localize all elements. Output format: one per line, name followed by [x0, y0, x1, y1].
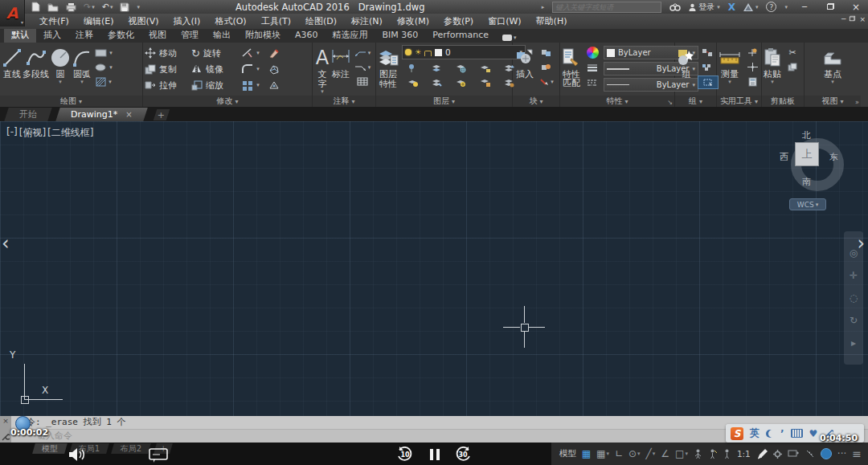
drawing-tab[interactable]: Drawing1* × — [55, 108, 147, 121]
viewcube-north[interactable]: 北 — [802, 129, 811, 141]
workspace-pencil-icon[interactable] — [756, 447, 768, 460]
mirror-button[interactable]: 镜像 — [191, 61, 238, 77]
command-input[interactable] — [35, 430, 360, 442]
open-file-icon[interactable] — [47, 2, 59, 13]
panel-modify-label[interactable]: 修改 — [216, 96, 238, 107]
drawing-canvas[interactable]: [-] [俯视] [二维线框] ‹ › 北 西 东 南 上 WCS ▾ ◎ ✛ … — [0, 121, 868, 443]
hardware-acceleration-icon[interactable] — [788, 449, 800, 459]
id-point-button[interactable] — [743, 47, 762, 59]
ime-skin-heart-icon[interactable]: ♥ — [809, 428, 818, 439]
viewcube-south[interactable]: 南 — [802, 176, 811, 188]
menu-dimension[interactable]: 标注(N) — [344, 15, 390, 27]
drawing-tab-close-icon[interactable]: × — [125, 110, 132, 119]
object-snap-tracking-toggle[interactable]: ╱▾ — [646, 449, 656, 459]
application-menu-button[interactable]: A ▾ — [0, 0, 25, 27]
doc-restore-button[interactable] — [849, 15, 856, 23]
group-selection-toggle[interactable] — [698, 75, 719, 89]
pause-button[interactable] — [429, 448, 440, 461]
polyline-button[interactable]: 多段线 — [23, 43, 49, 96]
ellipse-dropdown-icon[interactable]: ▾ — [109, 64, 113, 71]
panel-annotate-label[interactable]: 注释 — [333, 96, 354, 107]
ribbon-tab-home[interactable]: 默认 — [4, 29, 36, 43]
autodesk-exchange-icon[interactable]: X — [728, 2, 735, 13]
palette-collapse-left-icon[interactable]: ‹ — [2, 234, 10, 253]
paste-dropdown-icon[interactable]: ▾ — [771, 80, 774, 85]
doc-close-button[interactable]: × — [859, 15, 866, 23]
menu-edit[interactable]: 编辑(E) — [76, 15, 121, 27]
measure-dropdown-icon[interactable]: ▾ — [728, 80, 731, 85]
a360-icon[interactable]: ▾ — [743, 3, 759, 11]
viewcube-west[interactable]: 西 — [780, 151, 788, 163]
wcs-dropdown[interactable]: WCS ▾ — [789, 198, 826, 210]
ungroup-button[interactable] — [698, 47, 717, 59]
ribbon-display-toggle[interactable]: ▾ — [502, 35, 517, 43]
leader-button[interactable]: ▾ — [353, 47, 372, 59]
line-button[interactable]: 直线 — [2, 43, 23, 96]
create-block-button[interactable] — [537, 47, 556, 59]
paste-button[interactable]: 粘贴 ▾ — [764, 43, 781, 96]
undo-icon[interactable]: ↶▾ — [102, 2, 113, 13]
zoom-extents-icon[interactable]: ◌ — [848, 292, 859, 304]
wcs-dropdown-icon[interactable]: ▾ — [816, 202, 819, 208]
snap-mode-toggle[interactable]: ▦▾ — [596, 449, 609, 459]
layer-walk-button[interactable] — [452, 76, 471, 88]
menu-file[interactable]: 文件(F) — [32, 15, 76, 27]
object-color-button[interactable] — [583, 47, 602, 59]
isolate-objects-icon[interactable] — [805, 449, 815, 459]
clean-screen-icon[interactable] — [821, 448, 832, 459]
panel-clipboard-label[interactable]: 剪贴板 — [771, 96, 795, 107]
ortho-mode-toggle[interactable]: ∟ — [615, 449, 623, 459]
fillet-dropdown-icon[interactable]: ▾ — [256, 66, 260, 72]
text-button[interactable]: A 文字 ▾ — [314, 43, 330, 96]
panel-utilities-label[interactable]: 实用工具 — [720, 96, 758, 107]
undo-dropdown-icon[interactable]: ▾ — [110, 4, 113, 10]
menu-view[interactable]: 视图(V) — [121, 15, 166, 27]
minimize-button[interactable]: ─ — [796, 2, 813, 11]
copy-clip-button[interactable] — [783, 61, 802, 73]
ellipse-button[interactable]: ▾ — [94, 61, 113, 73]
rectangle-dropdown-icon[interactable]: ▾ — [109, 50, 113, 56]
ime-fullhalf-moon-icon[interactable] — [766, 430, 774, 438]
save-icon[interactable] — [120, 2, 129, 13]
pan-icon[interactable]: ✛ — [848, 270, 859, 281]
panel-view-label[interactable]: 视图 — [821, 96, 843, 107]
redo-icon[interactable]: ↷▾ — [84, 2, 95, 13]
base-view-button[interactable]: 基点 ▾ — [819, 43, 846, 96]
layer-properties-button[interactable]: 图层特性 — [378, 43, 399, 96]
start-tab[interactable]: 开始 — [4, 108, 52, 121]
base-view-dropdown-icon[interactable]: ▾ — [831, 80, 834, 85]
move-button[interactable]: 移动 — [145, 45, 191, 61]
hatch-button[interactable]: ▾ — [94, 75, 113, 88]
forward-30-button[interactable]: 30 — [453, 446, 473, 463]
new-drawing-tab-button[interactable]: + — [153, 109, 170, 120]
table-button[interactable] — [353, 75, 372, 88]
ribbon-tab-view[interactable]: 视图 — [141, 29, 174, 43]
circle-button[interactable]: 圆 ▾ — [49, 43, 72, 96]
ime-punctuation-icon[interactable]: ’ — [780, 428, 784, 439]
block-attributes-dropdown-icon[interactable]: ▾ — [551, 79, 554, 85]
status-overflow-dots-icon[interactable]: ··· — [837, 449, 846, 459]
restore-button[interactable] — [821, 2, 839, 11]
object-snap-toggle[interactable]: □▾ — [675, 449, 688, 459]
arc-button[interactable]: 圆弧 ▾ — [72, 43, 92, 96]
speaker-icon[interactable] — [68, 447, 88, 463]
menu-help[interactable]: 帮助(H) — [529, 15, 575, 27]
rotate-button[interactable]: ↻ 旋转 — [191, 45, 238, 61]
isometric-drafting-toggle[interactable]: ∠ — [661, 449, 669, 459]
signin-button[interactable]: 登录 ▾ — [689, 2, 720, 13]
panel-properties-label[interactable]: 特性 — [606, 96, 628, 107]
showmotion-icon[interactable]: ▸ — [848, 337, 859, 349]
model-tab[interactable]: 模型 — [32, 443, 68, 454]
view-panel-expand[interactable]: » — [855, 99, 859, 106]
array-dropdown-icon[interactable]: ▾ — [256, 82, 260, 88]
ribbon-display-dropdown-icon[interactable]: ▾ — [514, 35, 517, 41]
dimension-button[interactable]: 标注 — [330, 43, 351, 96]
layout2-tab[interactable]: 布局2 — [112, 443, 152, 454]
multileader-button[interactable]: ▾ — [353, 61, 372, 73]
qat-customize-icon[interactable]: ▾ — [137, 4, 140, 10]
panel-groups-label[interactable]: 组 — [689, 96, 702, 107]
signin-dropdown-icon[interactable]: ▾ — [717, 4, 720, 10]
stretch-button[interactable]: 拉伸 — [145, 77, 191, 93]
layer-make-current-button[interactable] — [403, 76, 423, 88]
hatch-dropdown-icon[interactable]: ▾ — [108, 79, 112, 85]
